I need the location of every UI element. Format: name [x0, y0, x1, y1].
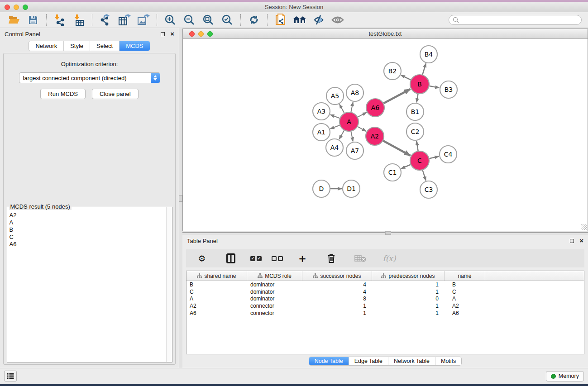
table-cell[interactable]: 1 [372, 281, 445, 288]
graph-node-C2[interactable]: C2 [406, 123, 424, 140]
column-header-MCDS-role[interactable]: MCDS role [247, 271, 302, 281]
column-header-successor-nodes[interactable]: successor nodes [302, 271, 372, 281]
zoom-window-icon[interactable] [23, 5, 28, 10]
graph-edge-C-C3[interactable] [423, 170, 426, 181]
table-cell[interactable]: 1 [302, 303, 372, 309]
table-cell[interactable]: dominator [247, 295, 302, 302]
graph-node-B[interactable]: B [410, 75, 429, 94]
graph-node-A3[interactable]: A3 [313, 103, 330, 120]
table-row[interactable]: A6connector11A6 [186, 310, 584, 317]
table-cell[interactable]: A6 [186, 310, 247, 316]
table-cell[interactable]: 1 [372, 303, 445, 309]
graph-node-A[interactable]: A [339, 112, 359, 131]
table-cell[interactable]: connector [247, 310, 302, 316]
zoom-selected-icon[interactable] [220, 14, 234, 26]
criterion-dropdown[interactable]: largest connected component (directed) [19, 72, 160, 83]
table-cell[interactable]: B [445, 281, 485, 288]
graph-node-C3[interactable]: C3 [420, 181, 437, 198]
table-cell[interactable]: 1 [302, 310, 372, 316]
table-cell[interactable]: connector [247, 303, 302, 309]
zoom-fit-content-icon[interactable] [201, 14, 215, 26]
split-pane-handle-vertical[interactable] [179, 195, 182, 202]
graph-node-B4[interactable]: B4 [420, 46, 437, 63]
graph-edge-A-A4[interactable] [339, 130, 344, 139]
graph-edge-B-B1[interactable] [416, 94, 418, 103]
graph-edge-A-A6[interactable] [358, 112, 366, 117]
hide-graphics-details-icon[interactable] [312, 14, 325, 26]
graph-edge-C-C2[interactable] [416, 141, 418, 151]
zoom-out-icon[interactable] [182, 14, 196, 26]
control-tab-select[interactable]: Select [90, 41, 120, 51]
column-header-predecessor-nodes[interactable]: predecessor nodes [372, 271, 445, 281]
save-session-icon[interactable] [26, 14, 40, 26]
graph-edge-C-C4[interactable] [429, 157, 439, 159]
float-table-panel-icon[interactable] [570, 239, 574, 243]
close-panel-button[interactable]: Close panel [92, 89, 139, 99]
table-settings-icon[interactable]: ⚙ [195, 252, 209, 265]
table-tab-network-table[interactable]: Network Table [388, 357, 435, 365]
graph-node-A7[interactable]: A7 [346, 142, 363, 159]
table-row[interactable]: Bdominator41B [186, 281, 584, 288]
mcds-result-item[interactable]: A6 [10, 241, 164, 248]
table-cell[interactable]: A [445, 295, 485, 302]
table-cell[interactable]: B [186, 281, 247, 288]
graph-edge-A-A5[interactable] [339, 104, 344, 113]
graph-edge-A2-C[interactable] [383, 141, 410, 156]
table-cell[interactable]: 4 [302, 289, 372, 295]
delete-column-icon[interactable] [325, 252, 338, 265]
import-table-icon[interactable] [72, 14, 86, 26]
graph-node-D1[interactable]: D1 [343, 180, 360, 197]
graph-node-A6[interactable]: A6 [366, 99, 384, 117]
table-cell[interactable]: dominator [247, 289, 302, 295]
graph-edge-B-B2[interactable] [401, 75, 411, 80]
add-column-icon[interactable]: ＋ [296, 252, 309, 265]
minimize-window-icon[interactable] [14, 5, 19, 10]
table-cell[interactable]: 4 [302, 281, 372, 288]
split-pane-handle-horizontal[interactable] [385, 231, 391, 235]
close-window-icon[interactable] [5, 5, 10, 10]
control-tab-network[interactable]: Network [29, 41, 64, 51]
mcds-result-item[interactable]: A [10, 219, 164, 226]
table-tab-motifs[interactable]: Motifs [435, 357, 461, 365]
table-tab-node-table[interactable]: Node Table [309, 357, 349, 365]
table-cell[interactable]: A2 [445, 303, 485, 309]
table-cell[interactable]: C [186, 289, 247, 295]
network-close-icon[interactable] [189, 31, 195, 37]
graph-edge-B-B3[interactable] [430, 86, 440, 88]
table-cell[interactable]: A [186, 295, 247, 302]
resize-grip-icon[interactable] [581, 224, 587, 230]
mcds-result-item[interactable]: C [10, 234, 164, 241]
search-box[interactable] [449, 15, 582, 25]
table-cell[interactable]: C [445, 289, 485, 295]
graph-edge-B-B4[interactable] [422, 63, 426, 75]
table-cell[interactable]: 0 [372, 295, 445, 302]
run-mcds-button[interactable]: Run MCDS [40, 89, 86, 99]
export-image-icon[interactable] [137, 14, 150, 26]
column-header-shared-name[interactable]: shared name [186, 271, 247, 281]
export-network-icon[interactable] [99, 14, 112, 26]
split-pane-divider[interactable] [182, 231, 588, 235]
graph-edge-A-A3[interactable] [330, 114, 340, 118]
search-input[interactable] [459, 17, 578, 23]
graph-node-B1[interactable]: B1 [406, 103, 424, 120]
column-header-name[interactable]: name [445, 271, 485, 281]
graph-node-D[interactable]: D [313, 180, 330, 197]
close-panel-icon[interactable]: × [170, 31, 174, 37]
graph-edge-A6-B[interactable] [384, 89, 411, 103]
graph-edge-A-A7[interactable] [351, 132, 353, 142]
graph-node-C[interactable]: C [410, 151, 429, 170]
table-tab-edge-table[interactable]: Edge Table [349, 357, 388, 365]
network-minimize-icon[interactable] [198, 31, 204, 37]
graph-node-B3[interactable]: B3 [440, 81, 457, 98]
graph-edge-A-A1[interactable] [330, 125, 340, 129]
memory-button[interactable]: Memory [546, 371, 584, 381]
control-tab-style[interactable]: Style [64, 41, 90, 51]
graph-node-C4[interactable]: C4 [440, 146, 457, 163]
table-cell[interactable]: A6 [445, 310, 485, 316]
show-graphics-details-eye-icon[interactable] [331, 14, 344, 26]
graph-edge-A-A2[interactable] [358, 127, 366, 131]
network-zoom-icon[interactable] [207, 31, 213, 37]
graph-node-A5[interactable]: A5 [326, 87, 344, 105]
select-all-icon[interactable]: ✓✓ [250, 256, 262, 261]
graph-node-A8[interactable]: A8 [346, 84, 363, 101]
